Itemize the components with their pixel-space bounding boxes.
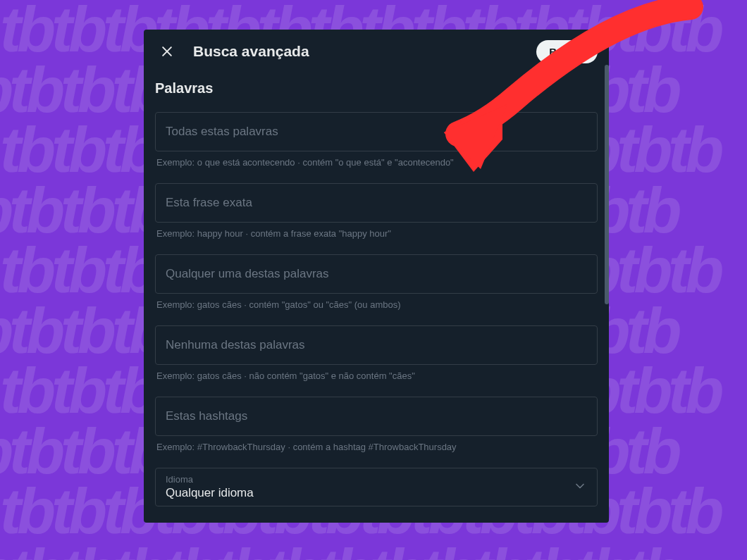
language-select[interactable]: Idioma Qualquer idioma xyxy=(155,468,598,506)
any-words-group: Exemplo: gatos cães · contém "gatos" ou … xyxy=(155,254,598,310)
any-words-input[interactable] xyxy=(155,254,598,294)
section-heading: Palavras xyxy=(155,80,598,97)
modal-title: Busca avançada xyxy=(193,43,522,60)
all-words-input[interactable] xyxy=(155,112,598,151)
any-words-helper: Exemplo: gatos cães · contém "gatos" ou … xyxy=(155,299,598,310)
close-icon xyxy=(160,44,174,58)
advanced-search-modal: Busca avançada Buscar Palavras Exemplo: … xyxy=(144,30,609,523)
words-section: Palavras Exemplo: o que está acontecendo… xyxy=(144,80,609,514)
modal-header: Busca avançada Buscar xyxy=(144,30,609,80)
hashtags-input[interactable] xyxy=(155,397,598,436)
exact-phrase-group: Exemplo: happy hour · contém a frase exa… xyxy=(155,183,598,239)
language-value: Qualquer idioma xyxy=(166,486,587,500)
close-button[interactable] xyxy=(155,39,179,63)
none-words-input[interactable] xyxy=(155,325,598,365)
chevron-down-icon xyxy=(573,479,587,496)
none-words-group: Exemplo: gatos cães · não contém "gatos"… xyxy=(155,325,598,381)
none-words-helper: Exemplo: gatos cães · não contém "gatos"… xyxy=(155,371,598,381)
all-words-group: Exemplo: o que está acontecendo · contém… xyxy=(155,112,598,168)
language-label: Idioma xyxy=(166,474,587,485)
hashtags-group: Exemplo: #ThrowbackThursday · contém a h… xyxy=(155,397,598,452)
scrollbar-thumb[interactable] xyxy=(605,65,609,304)
search-button[interactable]: Buscar xyxy=(536,40,598,63)
all-words-helper: Exemplo: o que está acontecendo · contém… xyxy=(155,157,598,168)
exact-phrase-input[interactable] xyxy=(155,183,598,223)
hashtags-helper: Exemplo: #ThrowbackThursday · contém a h… xyxy=(155,442,598,452)
exact-phrase-helper: Exemplo: happy hour · contém a frase exa… xyxy=(155,228,598,239)
